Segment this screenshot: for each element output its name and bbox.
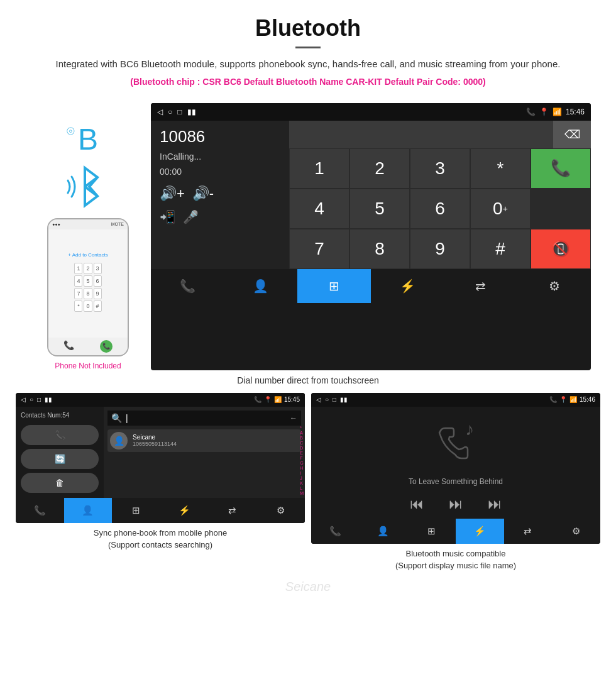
main-screen-row: B ⦾ ●●● MOTE (0, 97, 616, 370)
key-4[interactable]: 4 (289, 189, 349, 229)
pb-nav-contacts[interactable]: 👤 (64, 498, 113, 523)
seicane-watermark: Seicane (0, 575, 616, 599)
delete-sidebar-btn[interactable]: 🗑 (21, 473, 99, 493)
key-9[interactable]: 9 (410, 229, 470, 269)
specs-text: (Bluetooth chip : CSR BC6 Default Blueto… (38, 77, 578, 87)
pb-nav-transfer[interactable]: ⇄ (209, 498, 257, 523)
recents-icon: □ (177, 108, 182, 116)
volume-down-icon[interactable]: 🔊- (192, 185, 214, 202)
mu-loc-icon: 📍 (559, 396, 567, 403)
pb-back-icon: ◁ (21, 396, 26, 403)
alpha-list: * A B C D E F G H I J K L M (300, 426, 304, 495)
nav-contacts[interactable]: 👤 (224, 269, 298, 303)
backspace-button[interactable]: ⌫ (553, 121, 591, 148)
mu-nav-phone[interactable]: 📞 (311, 519, 360, 544)
alpha-k[interactable]: K (300, 481, 304, 485)
search-backspace[interactable]: ← (290, 414, 297, 422)
mu-nav-contacts[interactable]: 👤 (360, 519, 408, 544)
dial-area: 10086 InCalling... 00:00 🔊+ 🔊- 📲 🎤 ⌫ (151, 121, 591, 269)
nav-phone[interactable]: 📞 (151, 269, 224, 303)
alpha-d[interactable]: D (300, 446, 304, 450)
key-2[interactable]: 2 (349, 148, 410, 189)
alpha-c[interactable]: C (300, 441, 304, 445)
pb-call-icon: 📞 (254, 396, 261, 403)
time-display: 15:46 (566, 108, 585, 116)
alpha-h[interactable]: H (300, 466, 304, 470)
bt-icon-wrapper (63, 162, 113, 212)
phone-call-button[interactable]: 📞 (100, 340, 113, 353)
volume-controls: 🔊+ 🔊- (160, 185, 280, 202)
nav-transfer[interactable]: ⇄ (444, 269, 518, 303)
phonebook-status-bar: ◁ ○ □ ▮▮ 📞 📍 📶 15:45 (16, 393, 305, 407)
key-hash[interactable]: # (470, 229, 531, 269)
nav-keypad[interactable]: ⊞ (297, 269, 371, 303)
mu-nav-bt[interactable]: ⚡ (456, 519, 504, 544)
dial-info-panel: 10086 InCalling... 00:00 🔊+ 🔊- 📲 🎤 (151, 121, 289, 269)
alpha-j[interactable]: J (300, 476, 304, 480)
key-8[interactable]: 8 (349, 229, 410, 269)
mu-back-icon: ◁ (316, 396, 321, 403)
contact-number: 10655059113144 (133, 441, 177, 447)
bluetooth-symbol-icon: B (78, 122, 98, 157)
music-status-bar: ◁ ○ □ ▮▮ 📞 📍 📶 15:46 (311, 393, 600, 407)
call-button[interactable]: 📞 (531, 148, 591, 189)
page-header: Bluetooth Integrated with BC6 Bluetooth … (0, 0, 616, 97)
play-pause-button[interactable]: ⏭ (449, 496, 463, 512)
search-cursor: | (126, 413, 128, 423)
pb-nav-bt[interactable]: ⚡ (160, 498, 209, 523)
key-3[interactable]: 3 (410, 148, 470, 189)
mu-nav-settings[interactable]: ⚙ (552, 519, 600, 544)
key-5[interactable]: 5 (349, 189, 410, 229)
bluetooth-svg-icon (63, 162, 113, 212)
alpha-b[interactable]: B (300, 436, 304, 440)
pb-nav-phone[interactable]: 📞 (16, 498, 64, 523)
mu-nav-transfer[interactable]: ⇄ (504, 519, 553, 544)
volume-up-icon[interactable]: 🔊+ (160, 185, 185, 202)
key-star[interactable]: * (470, 148, 531, 189)
alpha-e[interactable]: E (300, 451, 304, 455)
phone-image: ●●● MOTE + Add to Contacts 123 456 789 *… (47, 218, 129, 356)
dial-input-field[interactable] (289, 121, 553, 148)
contact-avatar: 👤 (110, 432, 128, 450)
alpha-m[interactable]: M (300, 491, 304, 495)
pb-nav-settings[interactable]: ⚙ (256, 498, 305, 523)
prev-track-button[interactable]: ⏮ (410, 496, 424, 512)
refresh-sidebar-btn[interactable]: 🔄 (21, 449, 99, 469)
alpha-l[interactable]: L (300, 486, 304, 490)
alpha-i[interactable]: I (300, 471, 304, 475)
phonebook-bottom-nav: 📞 👤 ⊞ ⚡ ⇄ ⚙ (16, 498, 305, 523)
phonebook-caption: Sync phone-book from mobile phone (Suppo… (94, 523, 227, 554)
key-0plus[interactable]: 0+ (470, 189, 531, 229)
transfer-icon[interactable]: 📲 (160, 209, 175, 224)
transfer-controls: 📲 🎤 (160, 209, 280, 224)
pb-time: 15:45 (284, 396, 300, 403)
music-controls: ⏮ ⏭ ⏭ (410, 496, 502, 512)
numpad-area: ⌫ 1 2 3 * 📞 4 5 6 0+ 7 8 (289, 121, 591, 269)
alpha-f[interactable]: F (300, 456, 304, 460)
alpha-star[interactable]: * (300, 426, 304, 430)
contact-name: Seicane (133, 434, 177, 441)
wifi-icon: 📶 (553, 108, 562, 116)
nav-bluetooth[interactable]: ⚡ (371, 269, 444, 303)
nav-settings[interactable]: ⚙ (517, 269, 591, 303)
numpad-grid: 1 2 3 * 📞 4 5 6 0+ 7 8 9 # 📵 (289, 148, 591, 269)
song-title: To Leave Something Behind (409, 477, 503, 486)
next-track-button[interactable]: ⏭ (488, 496, 502, 512)
call-sidebar-btn[interactable]: 📞 (21, 425, 99, 445)
pb-nav-keypad[interactable]: ⊞ (112, 498, 160, 523)
end-call-button[interactable]: 📵 (531, 229, 591, 269)
key-6[interactable]: 6 (410, 189, 470, 229)
contact-item[interactable]: 👤 Seicane 10655059113144 (107, 429, 301, 452)
key-7[interactable]: 7 (289, 229, 349, 269)
alpha-a[interactable]: A (300, 431, 304, 435)
alpha-g[interactable]: G (300, 461, 304, 465)
mu-nav-keypad[interactable]: ⊞ (407, 519, 456, 544)
music-status-right: 📞 📍 📶 15:46 (549, 396, 595, 403)
mu-wifi-icon: 📶 (569, 396, 577, 403)
phonebook-status-left: ◁ ○ □ ▮▮ (21, 396, 52, 403)
car-status-left: ◁ ○ □ ▮▮ (157, 108, 196, 116)
car-bottom-nav: 📞 👤 ⊞ ⚡ ⇄ ⚙ (151, 269, 591, 303)
wifi-waves-icon: ⦾ (67, 126, 75, 137)
key-1[interactable]: 1 (289, 148, 349, 189)
microphone-icon[interactable]: 🎤 (183, 209, 199, 224)
